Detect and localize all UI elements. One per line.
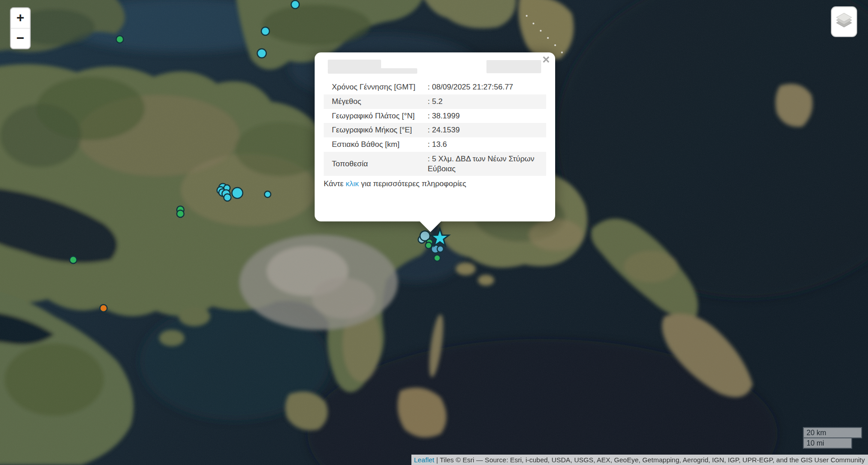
popup-row-label: Τοποθεσία bbox=[324, 152, 422, 176]
popup-row-label: Εστιακό Βάθος [km] bbox=[324, 137, 422, 152]
popup-row-value: : 24.1539 bbox=[422, 123, 546, 137]
zoom-out-button[interactable]: − bbox=[11, 28, 30, 48]
popup-row-label: Γεωγραφικό Πλάτος [°N] bbox=[324, 109, 422, 123]
popup-title-redacted bbox=[315, 58, 555, 80]
popup-table-row: Μέγεθος: 5.2 bbox=[324, 94, 546, 109]
attribution-separator: | bbox=[434, 456, 440, 464]
leaflet-link[interactable]: Leaflet bbox=[414, 456, 434, 464]
popup-row-value: : 08/09/2025 21:27:56.77 bbox=[422, 80, 546, 94]
earthquake-marker[interactable] bbox=[264, 191, 271, 197]
earthquake-marker[interactable] bbox=[100, 305, 107, 312]
popup-table-row: Τοποθεσία: 5 Χλμ. ΔΒΔ των Νέων Στύρων Εύ… bbox=[324, 152, 546, 176]
popup-table-row: Χρόνος Γέννησης [GMT]: 08/09/2025 21:27:… bbox=[324, 80, 546, 94]
popup-table-row: Εστιακό Βάθος [km]: 13.6 bbox=[324, 137, 546, 152]
earthquake-marker[interactable] bbox=[224, 194, 231, 201]
more-info-link[interactable]: κλικ bbox=[345, 179, 359, 188]
scale-miles: 10 mi bbox=[803, 437, 852, 449]
earthquake-marker[interactable] bbox=[434, 255, 440, 261]
earthquake-marker[interactable] bbox=[232, 188, 243, 198]
earthquake-marker[interactable] bbox=[177, 210, 184, 217]
popup-row-value: : 38.1999 bbox=[422, 109, 546, 123]
popup-body: × Χρόνος Γέννησης [GMT]: 08/09/2025 21:2… bbox=[315, 52, 555, 221]
earthquake-marker[interactable] bbox=[257, 49, 266, 58]
map-viewport[interactable]: × Χρόνος Γέννησης [GMT]: 08/09/2025 21:2… bbox=[0, 0, 868, 465]
attribution-bar: Leaflet | Tiles © Esri — Source: Esri, i… bbox=[411, 455, 868, 465]
earthquake-details-table: Χρόνος Γέννησης [GMT]: 08/09/2025 21:27:… bbox=[324, 80, 546, 176]
popup-row-value: : 5.2 bbox=[422, 94, 546, 109]
popup-row-value: : 5 Χλμ. ΔΒΔ των Νέων Στύρων Εύβοιας bbox=[422, 152, 546, 176]
popup-row-label: Γεωγραφικό Μήκος [°E] bbox=[324, 123, 422, 137]
footer-text-suffix: για περισσότερες πληροφορίες bbox=[359, 179, 466, 188]
earthquake-marker[interactable] bbox=[70, 256, 77, 263]
footer-text-prefix: Κάντε bbox=[324, 179, 345, 188]
layers-control-button[interactable] bbox=[831, 6, 857, 37]
earthquake-popup: × Χρόνος Γέννησης [GMT]: 08/09/2025 21:2… bbox=[315, 52, 555, 221]
earthquake-marker[interactable] bbox=[437, 246, 443, 252]
layers-icon bbox=[834, 13, 854, 31]
tiles-attribution-text: Tiles © Esri — Source: Esri, i-cubed, US… bbox=[440, 456, 865, 464]
earthquake-marker[interactable] bbox=[116, 36, 123, 43]
popup-row-label: Χρόνος Γέννησης [GMT] bbox=[324, 80, 422, 94]
earthquake-marker[interactable] bbox=[291, 0, 299, 9]
popup-row-label: Μέγεθος bbox=[324, 94, 422, 109]
popup-table-row: Γεωγραφικό Πλάτος [°N]: 38.1999 bbox=[324, 109, 546, 123]
popup-footer: Κάντε κλικ για περισσότερες πληροφορίες bbox=[324, 179, 546, 188]
earthquake-marker[interactable] bbox=[261, 27, 269, 35]
popup-table-row: Γεωγραφικό Μήκος [°E]: 24.1539 bbox=[324, 123, 546, 137]
popup-row-value: : 13.6 bbox=[422, 137, 546, 152]
redacted-title-block bbox=[328, 68, 417, 74]
redacted-title-block bbox=[328, 60, 381, 69]
zoom-in-button[interactable]: + bbox=[11, 8, 30, 28]
redacted-title-block bbox=[486, 60, 541, 73]
scale-kilometers: 20 km bbox=[803, 427, 862, 438]
scale-control: 20 km 10 mi bbox=[803, 427, 862, 449]
zoom-control: + − bbox=[10, 7, 31, 49]
selected-earthquake-star-marker[interactable] bbox=[431, 229, 449, 246]
